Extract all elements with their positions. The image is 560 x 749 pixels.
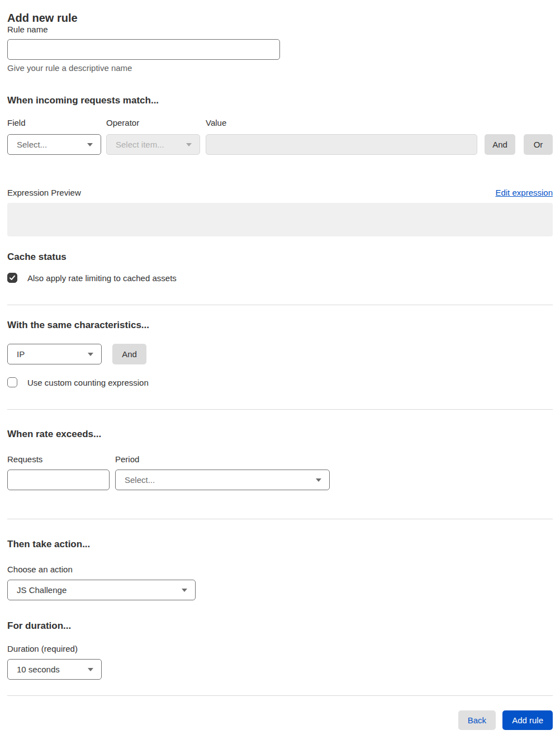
characteristics-and-button[interactable]: And — [112, 344, 146, 364]
choose-action-label: Choose an action — [7, 565, 553, 574]
operator-select: Select item... — [106, 134, 200, 155]
field-column: Field Select... — [7, 118, 101, 155]
duration-select-value: 10 seconds — [17, 665, 60, 674]
characteristic-select[interactable]: IP — [7, 344, 102, 364]
cached-assets-checkbox-label[interactable]: Also apply rate limiting to cached asset… — [27, 273, 177, 283]
characteristics-heading: With the same characteristics... — [7, 320, 553, 331]
rule-name-input[interactable] — [7, 39, 280, 60]
chevron-down-icon — [87, 143, 93, 146]
period-select-value: Select... — [125, 475, 155, 485]
duration-select[interactable]: 10 seconds — [7, 659, 102, 680]
match-section-heading: When incoming requests match... — [7, 95, 553, 106]
expression-preview-label: Expression Preview — [7, 188, 81, 197]
edit-expression-link[interactable]: Edit expression — [495, 188, 553, 197]
custom-counting-checkbox[interactable] — [7, 377, 17, 387]
divider — [7, 519, 553, 519]
and-button[interactable]: And — [485, 134, 515, 155]
chevron-down-icon — [316, 478, 321, 482]
chevron-down-icon — [182, 589, 187, 592]
chevron-down-icon — [88, 353, 93, 356]
divider — [7, 695, 553, 696]
expression-preview-row: Expression Preview Edit expression — [7, 188, 553, 197]
characteristics-row: IP And — [7, 344, 553, 364]
action-select[interactable]: JS Challenge — [7, 580, 196, 600]
cached-assets-checkbox[interactable] — [7, 273, 17, 283]
rule-name-label: Rule name — [7, 25, 48, 34]
rate-controls-row: Requests Period Select... — [7, 454, 553, 490]
field-select-value: Select... — [17, 140, 47, 149]
cache-checkbox-row: Also apply rate limiting to cached asset… — [7, 273, 553, 283]
footer-actions: Back Add rule — [7, 710, 553, 738]
value-column: Value — [206, 118, 477, 155]
expression-preview-box — [7, 203, 553, 236]
operator-select-value: Select item... — [116, 140, 164, 149]
custom-counting-checkbox-label[interactable]: Use custom counting expression — [27, 378, 149, 387]
characteristic-select-value: IP — [17, 349, 25, 359]
period-column: Period Select... — [115, 454, 330, 490]
operator-label: Operator — [106, 118, 200, 127]
requests-label: Requests — [7, 454, 110, 464]
divider — [7, 409, 553, 410]
value-label: Value — [206, 118, 477, 127]
back-button[interactable]: Back — [458, 710, 496, 730]
chevron-down-icon — [186, 143, 192, 146]
match-controls-row: Field Select... Operator Select item... … — [7, 118, 553, 155]
page-title: Add new rule — [7, 12, 553, 25]
chevron-down-icon — [88, 668, 93, 671]
duration-heading: For duration... — [7, 620, 553, 632]
period-label: Period — [115, 454, 330, 464]
divider — [7, 305, 553, 305]
add-rule-form: Add new rule Rule name Give your rule a … — [0, 12, 560, 738]
requests-input[interactable] — [7, 470, 110, 490]
counting-expression-row: Use custom counting expression — [7, 377, 553, 387]
cache-status-heading: Cache status — [7, 252, 553, 263]
field-select[interactable]: Select... — [7, 134, 101, 155]
duration-label: Duration (required) — [7, 644, 553, 653]
checkmark-icon — [9, 274, 16, 281]
action-heading: Then take action... — [7, 539, 553, 550]
field-label: Field — [7, 118, 101, 127]
value-input — [206, 134, 477, 155]
period-select[interactable]: Select... — [115, 470, 330, 490]
rate-heading: When rate exceeds... — [7, 429, 553, 440]
action-select-value: JS Challenge — [17, 585, 67, 595]
or-button[interactable]: Or — [524, 134, 553, 155]
add-rule-button[interactable]: Add rule — [502, 710, 553, 730]
rule-name-helper: Give your rule a descriptive name — [7, 63, 553, 73]
requests-column: Requests — [7, 454, 110, 490]
operator-column: Operator Select item... — [106, 118, 200, 155]
